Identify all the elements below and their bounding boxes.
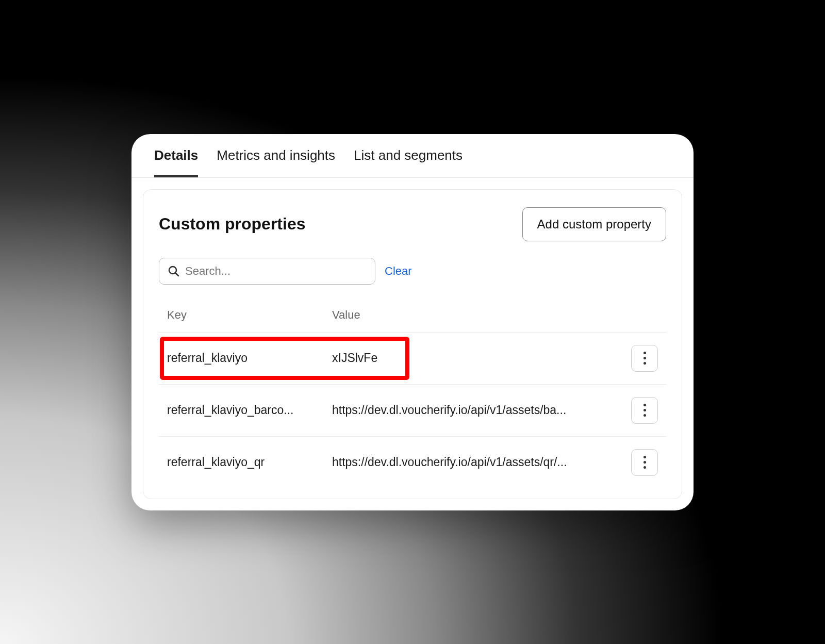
properties-table: Key Value referral_klaviyo xIJSlvFe r: [159, 303, 666, 488]
cell-key: referral_klaviyo_qr: [167, 455, 332, 469]
table-row: referral_klaviyo_barco... https://dev.dl…: [159, 385, 666, 437]
column-header-value: Value: [332, 308, 622, 322]
search-box[interactable]: [159, 258, 375, 285]
row-actions-button[interactable]: [631, 449, 658, 476]
custom-properties-card: Custom properties Add custom property Cl…: [143, 189, 682, 499]
tab-metrics-insights[interactable]: Metrics and insights: [217, 134, 335, 177]
table-header: Key Value: [159, 303, 666, 333]
row-actions-button[interactable]: [631, 345, 658, 372]
cell-key: referral_klaviyo: [167, 351, 332, 365]
tab-details[interactable]: Details: [154, 134, 198, 177]
table-row: referral_klaviyo xIJSlvFe: [159, 333, 666, 385]
add-custom-property-button[interactable]: Add custom property: [522, 207, 666, 241]
clear-link[interactable]: Clear: [385, 265, 412, 278]
window-card: Details Metrics and insights List and se…: [131, 134, 694, 510]
cell-value: xIJSlvFe: [332, 351, 622, 365]
cell-key: referral_klaviyo_barco...: [167, 403, 332, 417]
svg-line-1: [175, 273, 178, 276]
row-actions-button[interactable]: [631, 397, 658, 424]
tabs-bar: Details Metrics and insights List and se…: [131, 134, 694, 178]
table-row: referral_klaviyo_qr https://dev.dl.vouch…: [159, 437, 666, 488]
cell-actions: [622, 449, 658, 476]
card-header: Custom properties Add custom property: [159, 207, 666, 241]
cell-actions: [622, 345, 658, 372]
cell-value: https://dev.dl.voucherify.io/api/v1/asse…: [332, 403, 622, 417]
content-area: Custom properties Add custom property Cl…: [131, 178, 694, 510]
search-input[interactable]: [185, 265, 367, 278]
card-title: Custom properties: [159, 214, 305, 234]
search-row: Clear: [159, 258, 666, 285]
cell-value: https://dev.dl.voucherify.io/api/v1/asse…: [332, 455, 622, 469]
tab-list-segments[interactable]: List and segments: [354, 134, 463, 177]
cell-actions: [622, 397, 658, 424]
search-icon: [168, 265, 180, 277]
column-header-actions: [622, 308, 658, 322]
column-header-key: Key: [167, 308, 332, 322]
